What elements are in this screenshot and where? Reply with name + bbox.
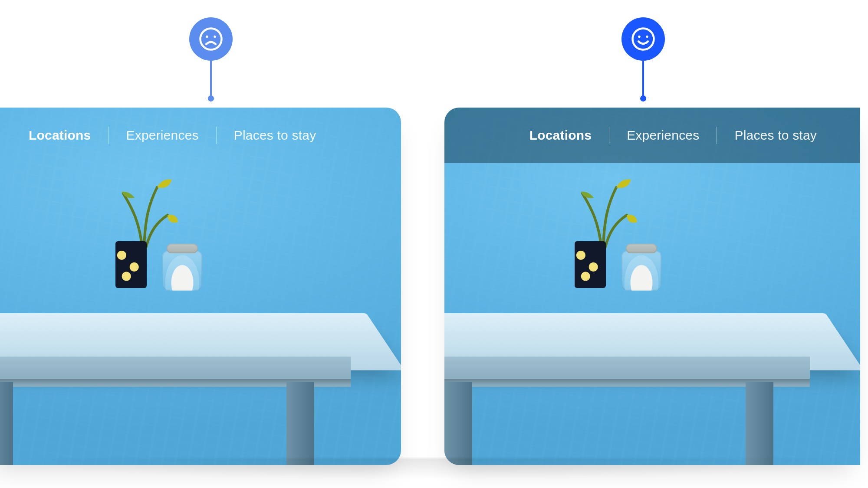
example-card-good: Locations Experiences Places to stay [444,108,860,465]
floor-shadow [0,458,868,488]
sad-face-icon [189,17,233,61]
plant-icon [115,170,176,252]
svg-point-5 [646,36,648,38]
verdict-badge-good [621,17,665,102]
top-nav: Locations Experiences Places to stay [444,108,860,163]
happy-face-icon [621,17,665,61]
vase-icon [115,241,147,288]
jar-icon [621,251,661,291]
nav-item-locations[interactable]: Locations [512,129,609,142]
badge-stem [642,61,644,96]
svg-point-3 [633,29,654,50]
verdict-badge-bad [189,17,233,102]
badge-stem-dot [640,95,646,102]
svg-point-0 [201,29,222,50]
badge-stem-dot [208,95,214,102]
badge-stem [210,61,212,96]
vase-icon [575,241,606,288]
nav-item-places[interactable]: Places to stay [217,129,334,142]
nav-item-places[interactable]: Places to stay [717,129,834,142]
nav-item-experiences[interactable]: Experiences [609,129,717,142]
top-nav: Locations Experiences Places to stay [0,108,401,163]
jar-icon [162,251,202,291]
svg-point-1 [206,36,208,38]
photo-objects [444,222,860,335]
plant-icon [575,170,635,252]
example-card-bad: Locations Experiences Places to stay [0,108,401,465]
svg-point-4 [638,36,640,38]
nav-item-locations[interactable]: Locations [11,129,108,142]
nav-item-experiences[interactable]: Experiences [108,129,216,142]
svg-point-2 [214,36,216,38]
photo-objects [0,222,401,335]
